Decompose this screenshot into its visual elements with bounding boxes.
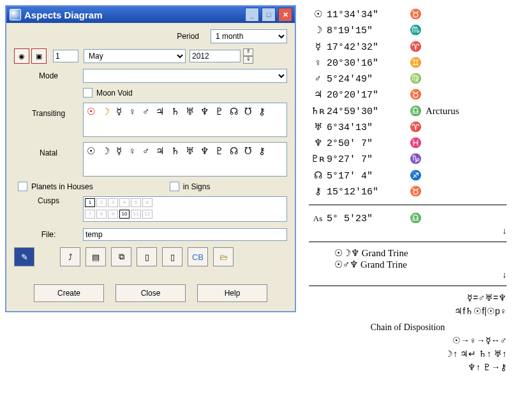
- create-button[interactable]: Create: [34, 284, 104, 302]
- period-select[interactable]: 1 month: [211, 29, 287, 43]
- planet-positions-list: ☉11°34'34"♉ ☽ 8°19'15"♏ ☿17°42'32"♈ ♀20°…: [309, 6, 507, 199]
- maximize-button[interactable]: □: [262, 8, 276, 22]
- open-icon-button[interactable]: 🗁: [213, 247, 234, 266]
- month-select[interactable]: May: [84, 49, 186, 63]
- moon-void-checkbox[interactable]: Moon Void: [83, 88, 133, 98]
- cusp-8[interactable]: 8: [96, 210, 107, 219]
- in-signs-checkbox[interactable]: in Signs: [170, 182, 211, 191]
- cusp-12[interactable]: 12: [142, 210, 152, 219]
- aspect-patterns: ☉☽♆ Grand Trine ☉♂♆ Grand Trine: [334, 247, 507, 270]
- transiting-rest[interactable]: ☿ ♀ ♂ ♃ ♄ ♅ ♆ ♇ ☊ ℧ ⚷: [112, 106, 267, 117]
- cb-icon-button[interactable]: CB: [188, 247, 208, 266]
- cusp-9[interactable]: 9: [108, 210, 118, 219]
- transiting-label: Transiting: [14, 103, 83, 118]
- cusp-1[interactable]: 1: [85, 198, 95, 207]
- natal-label: Natal: [14, 142, 83, 157]
- ephemeris-panel: ☉11°34'34"♉ ☽ 8°19'15"♏ ☿17°42'32"♈ ♀20°…: [309, 6, 507, 374]
- copy-icon-button[interactable]: ⧉: [111, 247, 131, 266]
- spin-up-icon[interactable]: ⇑: [243, 48, 253, 56]
- transiting-moon-icon[interactable]: ☽: [97, 106, 112, 117]
- window-title: Aspects Diagram: [24, 10, 244, 20]
- cusp-3[interactable]: 3: [108, 198, 118, 207]
- cusp-6[interactable]: 6: [142, 198, 152, 207]
- doc1-icon-button[interactable]: ▯: [137, 247, 157, 266]
- chart-type-a-button[interactable]: ◉: [14, 48, 29, 64]
- export-icon-button[interactable]: ⤴: [60, 247, 80, 266]
- day-input[interactable]: [53, 50, 78, 62]
- cusp-5[interactable]: 5: [131, 198, 141, 207]
- down-arrow-icon: ↓: [309, 270, 507, 280]
- help-button[interactable]: Help: [197, 284, 267, 302]
- mode-label: Mode: [14, 71, 83, 80]
- close-button[interactable]: Close: [115, 284, 186, 302]
- page-icon-button[interactable]: ▤: [86, 247, 106, 266]
- file-input[interactable]: [83, 228, 287, 241]
- chain-of-disposition: ☿=♂♅=♆ ♃f♄☉f|☉p♀ Chain of Disposition ☉→…: [309, 291, 507, 374]
- cusp-11[interactable]: 11: [131, 210, 141, 219]
- transiting-planets-box[interactable]: ☉ ☽ ☿ ♀ ♂ ♃ ♄ ♅ ♆ ♇ ☊ ℧ ⚷: [83, 103, 287, 137]
- year-spin[interactable]: ⇑⇓: [243, 48, 253, 64]
- down-arrow-icon: ↓: [309, 226, 507, 236]
- file-label: File:: [14, 230, 83, 239]
- cusp-2[interactable]: 2: [96, 198, 107, 207]
- close-window-button[interactable]: ✕: [278, 8, 292, 22]
- cusp-10[interactable]: 10: [119, 210, 130, 219]
- edit-icon-button[interactable]: ✎: [14, 247, 34, 266]
- cusps-label: Cusps: [14, 196, 83, 205]
- minimize-button[interactable]: _: [245, 8, 259, 22]
- period-label: Period: [177, 32, 199, 41]
- divider: [309, 286, 507, 286]
- chart-type-b-button[interactable]: ▣: [31, 48, 47, 64]
- app-icon: [10, 9, 21, 20]
- aspects-diagram-window: Aspects Diagram _ □ ✕ Period 1 month ◉ ▣…: [5, 5, 296, 312]
- cusp-7[interactable]: 7: [85, 210, 95, 219]
- mode-select[interactable]: [83, 69, 287, 83]
- spin-down-icon[interactable]: ⇓: [243, 56, 253, 64]
- divider: [309, 242, 507, 242]
- natal-planets-box[interactable]: ☉ ☽ ☿ ♀ ♂ ♃ ♄ ♅ ♆ ♇ ☊ ℧ ⚷: [83, 142, 287, 177]
- year-input[interactable]: [190, 50, 241, 62]
- planets-in-houses-checkbox[interactable]: Planets in Houses: [18, 182, 93, 191]
- titlebar: Aspects Diagram _ □ ✕: [6, 6, 295, 23]
- cusp-4[interactable]: 4: [119, 198, 130, 207]
- doc2-icon-button[interactable]: ▯: [162, 247, 182, 266]
- transiting-sun-icon[interactable]: ☉: [87, 106, 97, 117]
- divider: [309, 205, 507, 205]
- dialog-body: Period 1 month ◉ ▣ May ⇑⇓ Mode Moon Void: [6, 23, 295, 311]
- cusps-box[interactable]: 1 2 3 4 5 6 7 8 9 10 11 12: [83, 196, 287, 222]
